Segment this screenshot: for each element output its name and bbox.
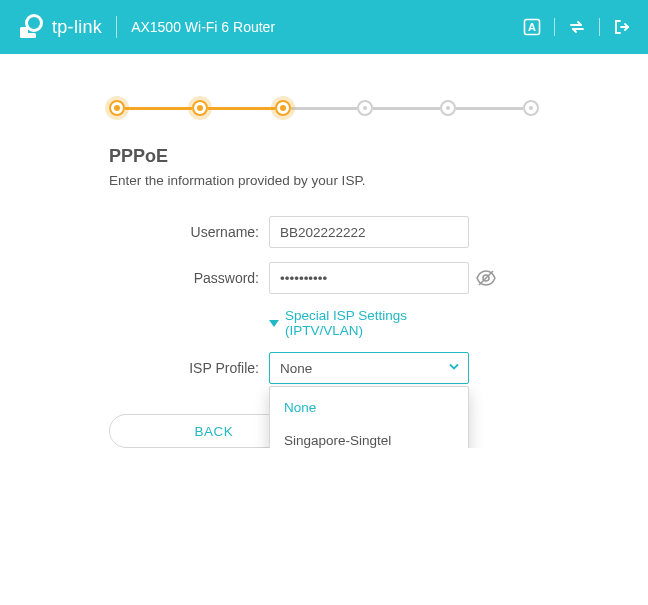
device-name: AX1500 Wi-Fi 6 Router (131, 19, 275, 35)
language-icon[interactable]: A (522, 17, 542, 37)
isp-option[interactable]: None (270, 391, 468, 424)
password-input[interactable] (269, 262, 469, 294)
brand: tp-link (18, 14, 102, 40)
pppoe-form: Username: Password: (109, 216, 539, 384)
chevron-down-icon (448, 361, 460, 376)
main-content: PPPoE Enter the information provided by … (109, 146, 539, 448)
refresh-icon[interactable] (567, 17, 587, 37)
password-label: Password: (109, 270, 269, 286)
step-bar (208, 107, 275, 110)
step-node (109, 100, 125, 116)
special-isp-toggle[interactable]: Special ISP Settings (IPTV/VLAN) (269, 308, 469, 338)
svg-rect-2 (26, 33, 36, 38)
step-node (357, 100, 373, 116)
header-sep (554, 18, 555, 36)
step-bar (373, 107, 440, 110)
setup-stepper (109, 100, 539, 116)
isp-profile-label: ISP Profile: (109, 360, 269, 376)
step-node (440, 100, 456, 116)
svg-text:A: A (528, 21, 536, 33)
step-bar (291, 107, 358, 110)
special-isp-label: Special ISP Settings (IPTV/VLAN) (285, 308, 469, 338)
password-visibility-icon[interactable] (475, 267, 497, 289)
step-node (523, 100, 539, 116)
step-node (192, 100, 208, 116)
isp-profile-select[interactable]: None (269, 352, 469, 384)
header-divider (116, 16, 117, 38)
username-input[interactable] (269, 216, 469, 248)
step-node (275, 100, 291, 116)
step-bar (125, 107, 192, 110)
isp-profile-dropdown: None Singapore-Singtel Malaysia-Unifi Ma… (269, 386, 469, 448)
step-bar (456, 107, 523, 110)
logout-icon[interactable] (612, 17, 632, 37)
tplink-logo-icon (18, 14, 44, 40)
header-sep (599, 18, 600, 36)
username-label: Username: (109, 224, 269, 240)
isp-profile-value: None (280, 361, 312, 376)
app-header: tp-link AX1500 Wi-Fi 6 Router A (0, 0, 648, 54)
brand-name: tp-link (52, 17, 102, 38)
page-title: PPPoE (109, 146, 539, 167)
svg-point-0 (27, 16, 42, 31)
isp-option[interactable]: Singapore-Singtel (270, 424, 468, 448)
chevron-down-icon (269, 320, 279, 327)
page-subtitle: Enter the information provided by your I… (109, 173, 539, 188)
header-actions: A (522, 17, 632, 37)
